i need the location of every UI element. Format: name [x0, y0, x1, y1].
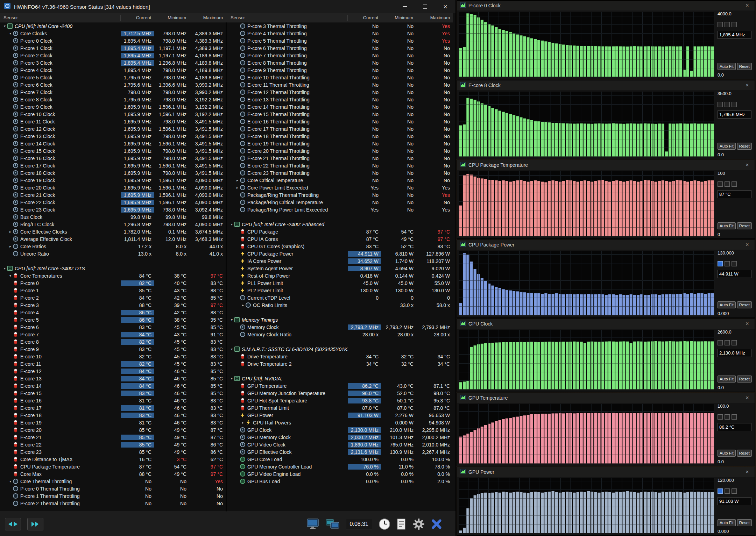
sensor-row[interactable]: E-core 10 Clock1,695.9 MHz1,596.1 MHz3,1…: [0, 110, 226, 118]
sensor-row[interactable]: E-core 10 Thermal ThrottlingNoNoNo: [227, 74, 453, 81]
sensor-row[interactable]: GPU Bus Load0.0 %0.0 %2.0 %: [227, 478, 453, 485]
graph-option-box[interactable]: [725, 261, 730, 266]
sensor-row[interactable]: Package/Ring Power Limit ExceededYesNoYe…: [227, 206, 453, 213]
sensor-row[interactable]: Drive Temperature 234 °C32 °C34 °C: [227, 360, 453, 367]
auto-fit-button[interactable]: Auto Fit: [718, 301, 736, 308]
graph-option-box[interactable]: [725, 414, 730, 420]
auto-fit-button[interactable]: Auto Fit: [718, 519, 736, 526]
sensor-row[interactable]: GPU Thermal Limit87.0 °C87.0 °C87.0 °C: [227, 404, 453, 412]
sensor-row[interactable]: P-core 7 Thermal ThrottlingNoNoNo: [227, 52, 453, 59]
sensor-row[interactable]: P-core 3 Clock1,895.4 MHz1,296.8 MHz4,18…: [0, 59, 226, 66]
sensor-row[interactable]: E-core 11 Clock1,695.9 MHz798.0 MHz3,491…: [0, 118, 226, 125]
sensor-row[interactable]: P-core 185 °C43 °C88 °C: [0, 287, 226, 294]
sensor-row[interactable]: Core Max88 °C49 °C97 °C: [0, 470, 226, 478]
sensor-row[interactable]: Uncore Ratio13.0 x8.0 x41.0 x: [0, 250, 226, 257]
sensor-row[interactable]: P-core 1 Clock1,895.4 MHz1,197.1 MHz4,38…: [0, 44, 226, 52]
sensor-row[interactable]: GPU Memory Controller Load76.0 %11.0 %78…: [227, 463, 453, 470]
collapse-arrow-icon[interactable]: ▾: [229, 347, 234, 351]
sensor-row[interactable]: E-core 13 Clock1,695.9 MHz798.0 MHz3,491…: [0, 133, 226, 140]
close-icon[interactable]: ×: [743, 321, 751, 327]
sensor-row[interactable]: P-core 486 °C42 °C88 °C: [0, 309, 226, 316]
sensor-row[interactable]: CPU Package Temperature87 °C54 °C97 °C: [0, 463, 226, 470]
graph-option-box[interactable]: [732, 261, 737, 266]
sensor-row[interactable]: E-core 17 Clock1,695.9 MHz1,596.1 MHz3,4…: [0, 162, 226, 169]
sensor-row[interactable]: E-core 12 Clock1,695.9 MHz1,596.1 MHz3,4…: [0, 125, 226, 133]
sensor-row[interactable]: P-core 784 °C43 °C91 °C: [0, 331, 226, 338]
sensor-row[interactable]: P-core 0 Thermal ThrottlingNoNoNo: [0, 485, 226, 492]
sensor-row[interactable]: GPU Memory Junction Temperature96.0 °C52…: [227, 390, 453, 397]
graph-panel-titlebar[interactable]: E-core 8 Clock×: [457, 80, 755, 90]
sensor-row[interactable]: IA Cores Power34.652 W1.740 W118.207 W: [227, 257, 453, 265]
close-button[interactable]: ×: [435, 0, 455, 13]
sensor-row[interactable]: Core Distance to TjMAX16 °C3 °C62 °C: [0, 456, 226, 463]
graph-option-box[interactable]: [732, 340, 737, 345]
sensor-row[interactable]: ▾S.M.A.R.T.: SSSTC CL6-8D1024 (0023435Y0…: [227, 345, 453, 353]
collapse-arrow-icon[interactable]: ▾: [8, 31, 13, 35]
sensor-row[interactable]: P-core 7 Clock798.0 MHz798.0 MHz3,990.2 …: [0, 88, 226, 96]
sensor-row[interactable]: P-core 6 Thermal ThrottlingNoNoNo: [227, 44, 453, 52]
auto-fit-button[interactable]: Auto Fit: [718, 63, 736, 70]
column-header-current[interactable]: Current: [348, 15, 381, 21]
graph-panel-titlebar[interactable]: GPU Clock×: [457, 319, 755, 329]
sensor-row[interactable]: E-core 17 Thermal ThrottlingNoNoNo: [227, 125, 453, 133]
graph-option-box[interactable]: [732, 102, 737, 107]
auto-fit-button[interactable]: Auto Fit: [718, 143, 736, 150]
sensor-row[interactable]: Bus Clock99.8 MHz99.8 MHz99.8 MHz: [0, 213, 226, 221]
sensor-row[interactable]: E-core 19 Thermal ThrottlingNoNoNo: [227, 140, 453, 147]
sensor-row[interactable]: P-core 4 Thermal ThrottlingNoNoYes: [227, 30, 453, 37]
sensor-row[interactable]: P-core 082 °C40 °C83 °C: [0, 279, 226, 287]
graph-option-box[interactable]: [725, 488, 730, 494]
sensor-row[interactable]: E-core 1484 °C46 °C85 °C: [0, 382, 226, 390]
graph-option-box[interactable]: [718, 488, 723, 494]
graph-panel-titlebar[interactable]: CPU Package Power×: [457, 240, 755, 250]
sensor-row[interactable]: GPU Video Clock1,890.0 MHz765.0 MHz2,010…: [227, 441, 453, 448]
graph-option-box[interactable]: [725, 102, 730, 107]
sensor-row[interactable]: E-core 20 Thermal ThrottlingNoNoNo: [227, 147, 453, 155]
sensor-row[interactable]: ▾Memory Timings: [227, 316, 453, 323]
window-titlebar[interactable]: HWiNFO64 v7.36-4960 Sensor Status [314 v…: [0, 0, 455, 13]
close-icon[interactable]: ×: [743, 242, 751, 248]
sensor-row[interactable]: ▸Core Ratios17.2 x8.0 x44.0 x: [0, 243, 226, 250]
column-header-sensor[interactable]: Sensor: [0, 15, 121, 21]
sensor-row[interactable]: E-core 1182 °C45 °C83 °C: [0, 360, 226, 367]
column-header-maximum[interactable]: Maximum: [189, 15, 226, 21]
maximize-button[interactable]: [415, 0, 435, 13]
sensor-row[interactable]: E-core 2285 °C49 °C86 °C: [0, 441, 226, 448]
sensor-row[interactable]: ▾Core Thermal ThrottlingNoNoYes: [0, 478, 226, 485]
graph-option-box[interactable]: [718, 181, 723, 187]
sensor-row[interactable]: E-core 16 Thermal ThrottlingNoNoNo: [227, 118, 453, 125]
sensor-row[interactable]: Drive Temperature34 °C32 °C34 °C: [227, 353, 453, 360]
sensor-row[interactable]: CPU Package Power44.911 W6.810 W127.896 …: [227, 250, 453, 257]
report-icon[interactable]: [397, 519, 407, 530]
sensor-row[interactable]: E-core 19 Clock1,695.9 MHz1,596.1 MHz4,0…: [0, 177, 226, 184]
graph-option-box[interactable]: [725, 181, 730, 187]
sensor-row[interactable]: ▸GPU Rail Powers0.000 W94.908 W: [227, 419, 453, 426]
scroll-columns-button[interactable]: [5, 518, 21, 530]
sensor-row[interactable]: E-core 15 Thermal ThrottlingNoNoNo: [227, 110, 453, 118]
sensor-row[interactable]: E-core 1981 °C46 °C83 °C: [0, 419, 226, 426]
expand-arrow-icon[interactable]: ▸: [8, 230, 13, 234]
sensor-row[interactable]: Package/Ring Thermal ThrottlingNoNoYes: [227, 191, 453, 199]
sensor-row[interactable]: E-core 13 Thermal ThrottlingNoNoNo: [227, 96, 453, 103]
close-icon[interactable]: ×: [743, 82, 751, 88]
reset-button[interactable]: Reset: [737, 450, 752, 457]
sensor-row[interactable]: E-core 11 Thermal ThrottlingNoNoNo: [227, 81, 453, 88]
sensor-row[interactable]: PL2 Power Limit130.0 W130.0 W130.0 W: [227, 287, 453, 294]
collapse-arrow-icon[interactable]: ▾: [8, 274, 13, 278]
sensor-row[interactable]: ▾Core Clocks1,712.5 MHz798.0 MHz4,389.3 …: [0, 30, 226, 37]
sensor-row[interactable]: E-core 9 Thermal ThrottlingNoNoNo: [227, 66, 453, 74]
sensor-row[interactable]: CPU Package87 °C54 °C97 °C: [227, 228, 453, 235]
column-header-current[interactable]: Current: [121, 15, 154, 21]
sensor-row[interactable]: GPU Effective Clock2,131.6 MHz130.9 MHz2…: [227, 448, 453, 456]
graph-option-box[interactable]: [718, 261, 723, 266]
sensor-row[interactable]: E-core 14 Clock1,695.9 MHz1,596.1 MHz3,4…: [0, 140, 226, 147]
column-header-maximum[interactable]: Maximum: [416, 15, 453, 21]
sensor-row[interactable]: E-core 983 °C45 °C83 °C: [0, 345, 226, 353]
sensor-row[interactable]: E-core 1681 °C46 °C83 °C: [0, 397, 226, 404]
sensor-row[interactable]: ▾CPU [#0]: Intel Core -2400: [0, 22, 226, 30]
sensor-row[interactable]: ▾CPU [#0]: Intel Core -2400: Enhanced: [227, 221, 453, 228]
expand-arrow-icon[interactable]: ▸: [8, 244, 13, 248]
graph-option-box[interactable]: [718, 414, 723, 420]
sensor-row[interactable]: P-core 5 Clock1,795.6 MHz798.0 MHz4,189.…: [0, 74, 226, 81]
sensor-row[interactable]: P-core 586 °C38 °C95 °C: [0, 316, 226, 323]
